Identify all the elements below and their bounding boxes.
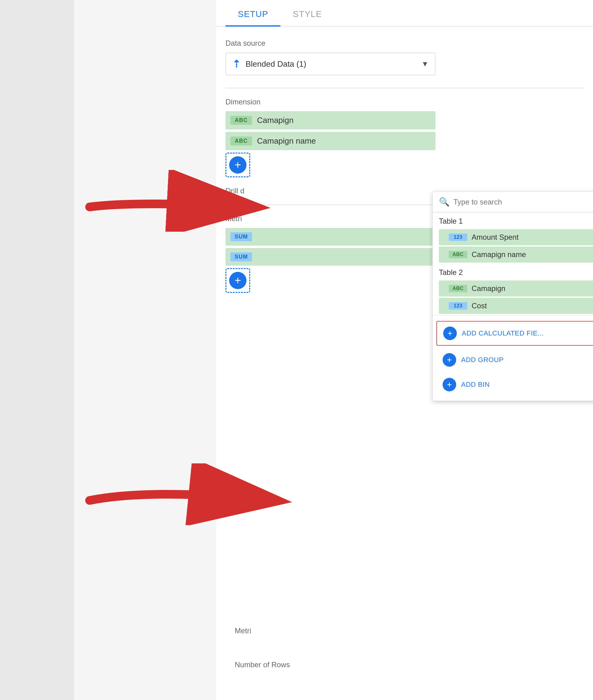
dimension-field-1: ABC Camapign name: [226, 132, 435, 150]
tab-style[interactable]: STYLE: [280, 3, 334, 26]
search-row: 🔍: [433, 192, 593, 212]
dimension-label: Dimension: [226, 98, 584, 106]
metric-badge-0: SUM: [230, 232, 252, 241]
field-type-badge-0: ABC: [230, 116, 252, 125]
add-bin-button[interactable]: + ADD BIN: [436, 373, 593, 396]
dropdown-arrow-icon: ▼: [421, 60, 429, 68]
tab-setup[interactable]: SETUP: [226, 3, 280, 27]
item-badge-123-1: 123: [449, 302, 467, 310]
add-circle-icon: +: [229, 156, 246, 173]
add-metric-circle-icon: +: [229, 272, 246, 289]
item-badge-123-0: 123: [449, 234, 467, 241]
dropdown-panel: 🔍 Table 1 123 Amount Spent ABC Camapign …: [432, 192, 593, 401]
item-text-0: Amount Spent: [472, 233, 519, 242]
dropdown-item-cost[interactable]: 123 Cost: [439, 298, 593, 314]
item-text-2: Camapign: [472, 284, 505, 293]
add-dimension-button[interactable]: +: [226, 153, 250, 177]
merge-icon: ⇡: [232, 58, 241, 70]
metric-field-1: SUM: [226, 248, 435, 266]
divider-1: [226, 88, 584, 88]
dropdown-item-campaign[interactable]: ABC Camapign: [439, 280, 593, 297]
number-of-rows-label: Number of Rows: [226, 654, 299, 675]
item-text-3: Cost: [472, 302, 487, 310]
group-header-table1: Table 1: [433, 212, 593, 228]
add-calculated-label: ADD CALCULATED FIE...: [462, 329, 544, 337]
datasource-name: Blended Data (1): [245, 59, 421, 69]
add-bin-label: ADD BIN: [461, 381, 490, 389]
field-name-1: Camapign name: [257, 136, 316, 146]
action-buttons: + ADD CALCULATED FIE... + ADD GROUP + AD…: [433, 315, 593, 401]
metric-badge-1: SUM: [230, 252, 252, 261]
right-panel: SETUP STYLE Data source ⇡ Blended Data (…: [216, 0, 593, 700]
dropdown-item-amount-spent[interactable]: 123 Amount Spent: [439, 229, 593, 245]
item-badge-abc-1: ABC: [449, 285, 467, 292]
add-group-button[interactable]: + ADD GROUP: [436, 348, 593, 372]
dimension-section: Dimension ABC Camapign ABC Camapign name…: [226, 98, 584, 177]
middle-panel: [74, 0, 216, 700]
add-calculated-field-button[interactable]: + ADD CALCULATED FIE...: [436, 321, 593, 346]
add-group-label: ADD GROUP: [461, 356, 504, 364]
page-container: SETUP STYLE Data source ⇡ Blended Data (…: [0, 0, 593, 700]
field-type-badge-1: ABC: [230, 137, 252, 146]
add-calculated-icon: +: [443, 326, 457, 340]
add-metric-button[interactable]: +: [226, 268, 250, 293]
metric-field-0: SUM: [226, 228, 435, 245]
datasource-dropdown[interactable]: ⇡ Blended Data (1) ▼: [226, 52, 435, 75]
dropdown-list[interactable]: Table 1 123 Amount Spent ABC Camapign na…: [433, 212, 593, 315]
dimension-field-0: ABC Camapign: [226, 111, 435, 129]
add-bin-icon: +: [443, 378, 456, 391]
add-group-icon: +: [443, 353, 456, 367]
item-text-1: Camapign name: [472, 250, 526, 259]
metrics-bottom-label: Metri: [226, 623, 261, 638]
left-sidebar: [0, 0, 74, 700]
tabs-header: SETUP STYLE: [216, 0, 593, 27]
group-header-table2: Table 2: [433, 264, 593, 279]
item-badge-abc-0: ABC: [449, 251, 467, 258]
search-icon: 🔍: [439, 197, 450, 207]
field-name-0: Camapign: [257, 116, 294, 125]
dropdown-item-campaign-name[interactable]: ABC Camapign name: [439, 246, 593, 263]
datasource-label: Data source: [226, 39, 584, 47]
search-input[interactable]: [453, 198, 593, 206]
